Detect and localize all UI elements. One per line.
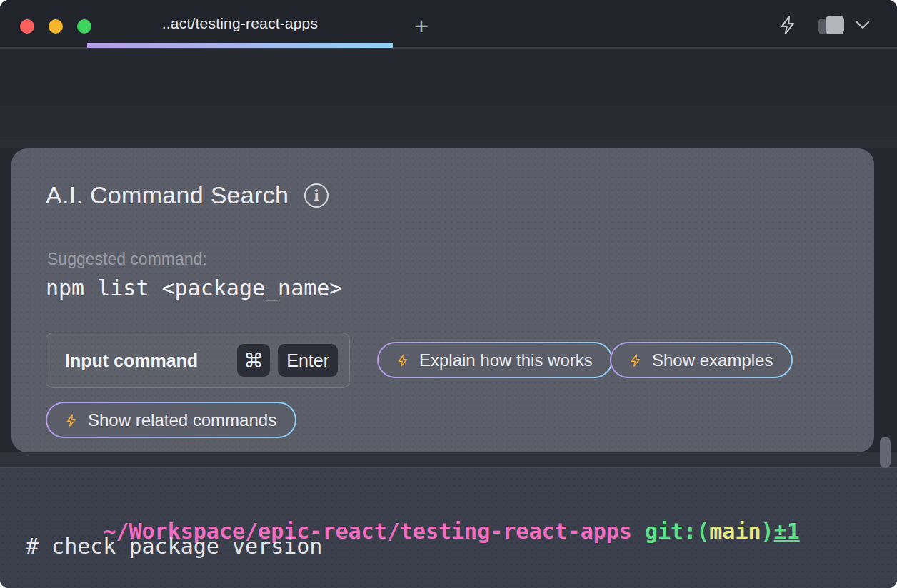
suggested-command-label: Suggested command: [47,250,207,269]
suggested-command-text: npm list <package_name> [46,275,342,300]
bolt-icon [64,412,79,428]
enter-key-label: Enter [286,350,329,371]
info-icon[interactable]: i [304,183,329,208]
show-examples-button[interactable]: Show examples [610,342,793,378]
button-label: Explain how this works [419,350,593,370]
bolt-icon [396,353,410,368]
tab-title: ..act/testing-react-apps [162,15,318,32]
minimize-button[interactable] [49,19,63,34]
panel-title: A.I. Command Search [46,181,289,209]
show-related-commands-button[interactable]: Show related commands [46,402,296,438]
tab-testing-react-apps[interactable]: ..act/testing-react-apps [87,0,393,47]
terminal-scrollback-area [0,49,897,148]
scrollback-band [0,106,897,140]
active-tab-indicator [87,43,393,48]
warp-terminal-window: ..act/testing-react-apps + A.I. Command … [0,0,897,588]
panel-header: A.I. Command Search i [46,181,329,209]
close-button[interactable] [20,19,34,34]
input-command-label: Input command [65,350,229,371]
input-command-shortcut-box[interactable]: Input command ⌘ Enter [46,333,350,388]
bolt-icon [628,353,643,368]
git-dirty-status: ±1 [774,519,800,544]
lightning-bolt-icon[interactable] [777,14,798,36]
new-tab-button[interactable]: + [407,11,436,40]
git-prefix: git:( [632,519,709,544]
button-label: Show examples [652,350,773,370]
title-bar: ..act/testing-react-apps + [0,0,897,49]
button-label: Show related commands [88,410,276,430]
info-glyph: i [314,187,319,204]
git-suffix: ) [761,519,774,544]
command-key-icon: ⌘ [244,349,264,372]
scrollbar-thumb[interactable] [880,437,891,468]
scrollback-band [0,140,897,148]
cmd-keycap: ⌘ [237,344,270,377]
git-branch: main [709,519,761,544]
command-input-text[interactable]: # check package version [26,534,322,559]
layer-front-square [826,16,844,34]
explain-how-this-works-button[interactable]: Explain how this works [377,342,613,378]
terminal-input-block[interactable]: ~/Workspace/epic-react/testing-react-app… [0,468,897,588]
ai-command-search-panel: A.I. Command Search i Suggested command:… [11,148,874,452]
panel-terminal-gap [0,452,897,467]
enter-keycap: Enter [278,344,338,377]
chevron-down-icon[interactable] [856,20,870,30]
window-layout-icon[interactable] [818,16,850,36]
plus-icon: + [414,14,429,38]
